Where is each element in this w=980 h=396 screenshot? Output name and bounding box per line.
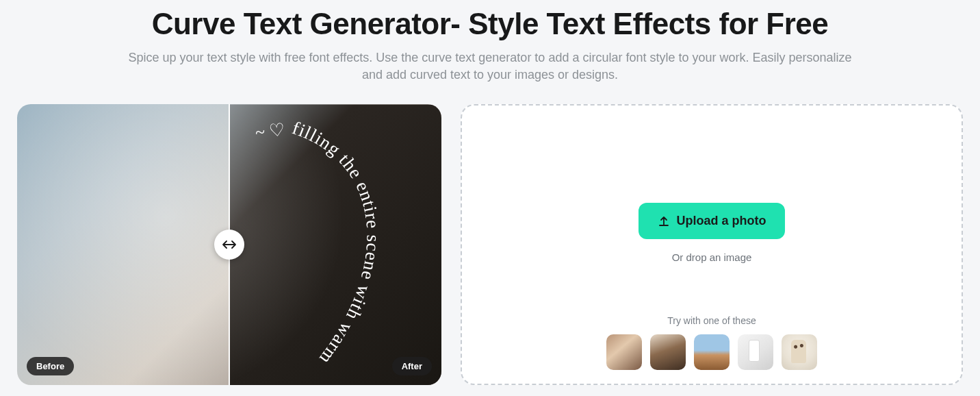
page-header: Curve Text Generator- Style Text Effects… (17, 7, 963, 84)
sample-thumb-woman-sunglasses[interactable] (606, 334, 642, 370)
before-after-preview: ~ ♡ filling the entire scene with warmth (17, 104, 441, 385)
before-badge: Before (27, 357, 74, 375)
sample-thumb-man-curly-hair[interactable] (650, 334, 686, 370)
upload-photo-button-label: Upload a photo (677, 214, 766, 228)
after-badge: After (392, 357, 432, 375)
sample-thumb-product-bottle[interactable] (738, 334, 773, 370)
sample-images-section: Try with one of these (478, 315, 945, 370)
curved-text-overlay: ~ ♡ filling the entire scene with warmth (243, 119, 421, 366)
sample-thumb-giraffe[interactable] (782, 334, 817, 370)
arrows-horizontal-icon (222, 240, 236, 249)
samples-label: Try with one of these (478, 315, 945, 326)
page-title: Curve Text Generator- Style Text Effects… (17, 7, 963, 41)
sample-thumb-desert-road[interactable] (694, 334, 730, 370)
doodle-icon: ~ ♡ (254, 119, 286, 143)
drop-hint-text: Or drop an image (672, 251, 752, 263)
compare-slider-handle[interactable] (214, 230, 244, 260)
upload-dropzone[interactable]: Upload a photo Or drop an image Try with… (461, 104, 963, 385)
svg-text:filling the entire scene with : filling the entire scene with warmth (238, 104, 384, 369)
upload-icon (658, 215, 670, 227)
upload-photo-button[interactable]: Upload a photo (639, 203, 786, 239)
page-subtitle: Spice up your text style with free font … (120, 49, 860, 84)
